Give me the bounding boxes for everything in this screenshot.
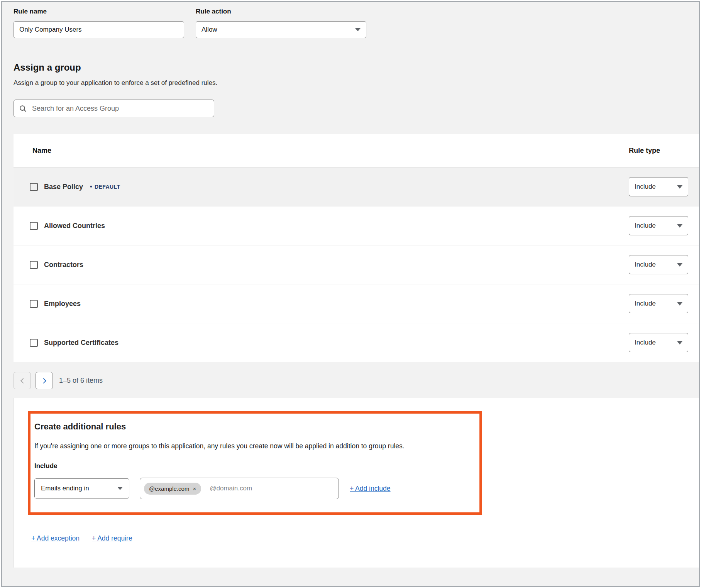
rule-action-field: Rule action Allow	[196, 8, 366, 38]
rule-type-dropdown[interactable]: Include	[629, 255, 688, 274]
group-name: Base Policy	[44, 183, 83, 191]
rule-type-dropdown[interactable]: Include	[629, 294, 688, 313]
default-badge: DEFAULT	[90, 183, 120, 190]
assign-group-description: Assign a group to your application to en…	[14, 79, 687, 87]
caret-down-icon	[677, 224, 682, 228]
group-name: Allowed Countries	[44, 222, 105, 230]
caret-down-icon	[355, 28, 361, 31]
rule-type-column-header: Rule type	[629, 147, 688, 155]
remove-chip-icon[interactable]: ×	[193, 485, 196, 492]
row-checkbox[interactable]	[30, 339, 38, 347]
row-checkbox[interactable]	[30, 300, 38, 308]
highlight-box: Create additional rules If you're assign…	[28, 411, 482, 515]
table-row: Supported Certificates Include	[14, 323, 699, 362]
add-exception-link[interactable]: + Add exception	[31, 534, 80, 542]
pagination: 1–5 of 6 items	[14, 372, 699, 389]
add-require-link[interactable]: + Add require	[92, 534, 132, 542]
group-name: Supported Certificates	[44, 339, 119, 347]
include-label: Include	[34, 462, 473, 470]
rule-name-field: Rule name	[14, 8, 184, 38]
caret-down-icon	[677, 263, 682, 267]
previous-page-button[interactable]	[14, 372, 31, 389]
caret-down-icon	[677, 302, 682, 306]
email-domain-chip: @example.com ×	[144, 483, 201, 495]
search-input[interactable]	[31, 104, 201, 113]
page: Rule name Rule action Allow Assign a gro…	[1, 1, 700, 587]
row-checkbox[interactable]	[30, 261, 38, 269]
row-checkbox[interactable]	[30, 222, 38, 230]
table-row: Employees Include	[14, 284, 699, 323]
rule-type-select-value: Emails ending in	[41, 485, 89, 492]
pagination-status: 1–5 of 6 items	[59, 377, 103, 385]
rule-type-dropdown[interactable]: Include	[629, 177, 688, 196]
rule-action-label: Rule action	[196, 8, 366, 15]
rule-type-dropdown[interactable]: Include	[629, 216, 688, 235]
email-domain-input[interactable]	[209, 484, 325, 493]
rule-action-value: Allow	[201, 26, 217, 34]
rule-name-label: Rule name	[14, 8, 184, 15]
caret-down-icon	[117, 487, 123, 490]
assign-group-section: Assign a group Assign a group to your ap…	[14, 62, 687, 87]
table-row: Contractors Include	[14, 245, 699, 284]
search-icon	[19, 105, 27, 112]
rule-type-select[interactable]: Emails ending in	[34, 478, 129, 498]
table-row: Allowed Countries Include	[14, 206, 699, 245]
additional-rules-description: If you're assigning one or more groups t…	[34, 442, 473, 450]
access-group-search[interactable]	[14, 100, 214, 117]
chevron-left-icon	[20, 378, 25, 383]
email-domain-input-box[interactable]: @example.com ×	[140, 478, 339, 499]
access-group-table: Name Rule type Base Policy DEFAULT Inclu…	[14, 134, 699, 362]
footer-links: + Add exception + Add require	[31, 534, 699, 542]
add-include-link[interactable]: + Add include	[350, 485, 391, 493]
group-name: Employees	[44, 300, 81, 308]
name-column-header: Name	[14, 147, 629, 155]
bullet-icon	[90, 184, 95, 190]
next-page-button[interactable]	[36, 372, 53, 389]
table-row: Base Policy DEFAULT Include	[14, 167, 699, 206]
rule-type-dropdown[interactable]: Include	[629, 333, 688, 352]
chevron-right-icon	[41, 378, 46, 383]
additional-rules-heading: Create additional rules	[34, 422, 473, 432]
caret-down-icon	[677, 185, 682, 189]
rule-action-select[interactable]: Allow	[196, 21, 366, 38]
table-header: Name Rule type	[14, 134, 699, 167]
additional-rules-panel: Create additional rules If you're assign…	[14, 398, 699, 568]
row-checkbox[interactable]	[30, 183, 38, 191]
rule-name-input[interactable]	[14, 21, 184, 38]
caret-down-icon	[677, 341, 682, 345]
rule-form: Rule name Rule action Allow	[2, 2, 699, 38]
assign-group-heading: Assign a group	[14, 62, 687, 73]
include-rule-controls: Emails ending in @example.com × + Add in…	[34, 478, 473, 499]
group-name: Contractors	[44, 261, 83, 269]
